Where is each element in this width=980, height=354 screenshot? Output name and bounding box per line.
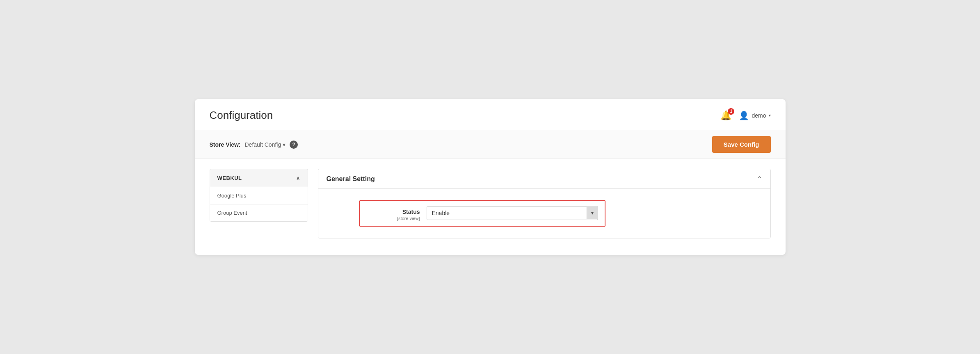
status-sub-label: [store view] — [367, 216, 420, 221]
general-setting-section: General Setting ⌃ Status [store view] En… — [318, 169, 771, 238]
help-text: ? — [292, 142, 295, 148]
sidebar-webkul-section[interactable]: WEBKUL ∧ — [210, 169, 308, 187]
notification-badge: 1 — [728, 108, 734, 115]
main-card: Configuration 🔔 1 👤 demo ▾ Store View: D… — [195, 99, 786, 255]
store-view-bar: Store View: Default Config ▾ ? Save Conf… — [195, 130, 786, 159]
store-view-chevron-icon: ▾ — [283, 141, 286, 148]
dropdown-chevron-icon: ▾ — [591, 210, 594, 216]
sidebar-section-title: WEBKUL — [217, 175, 242, 181]
section-body: Status [store view] Enable ▾ — [318, 189, 770, 238]
status-dropdown-arrow[interactable]: ▾ — [587, 207, 598, 219]
bell-button[interactable]: 🔔 1 — [720, 110, 731, 121]
main-panel: General Setting ⌃ Status [store view] En… — [318, 169, 771, 238]
sidebar-item-google-plus[interactable]: Google Plus — [210, 187, 308, 204]
store-view-select[interactable]: Default Config ▾ — [245, 141, 286, 148]
status-label-col: Status [store view] — [367, 206, 420, 221]
section-header: General Setting ⌃ — [318, 169, 770, 189]
status-value: Enable — [427, 206, 587, 220]
store-view-label: Store View: — [210, 141, 241, 148]
page-title: Configuration — [210, 109, 273, 122]
status-control-col: Enable ▾ — [427, 206, 598, 220]
content-area: WEBKUL ∧ Google Plus Group Event General… — [195, 159, 786, 238]
sidebar-item-group-event[interactable]: Group Event — [210, 204, 308, 221]
sidebar-chevron-icon: ∧ — [296, 175, 300, 181]
status-label: Status — [367, 209, 420, 215]
store-view-value: Default Config — [245, 141, 281, 148]
user-chevron-icon: ▾ — [769, 113, 771, 118]
store-view-left: Store View: Default Config ▾ ? — [210, 141, 298, 149]
user-name: demo — [752, 112, 766, 119]
section-title: General Setting — [327, 175, 375, 183]
header-right: 🔔 1 👤 demo ▾ — [720, 110, 770, 121]
help-icon[interactable]: ? — [290, 141, 298, 149]
section-toggle-icon[interactable]: ⌃ — [757, 175, 762, 183]
sidebar: WEBKUL ∧ Google Plus Group Event — [210, 169, 308, 222]
user-icon: 👤 — [739, 111, 749, 120]
save-config-button[interactable]: Save Config — [712, 136, 771, 153]
page-header: Configuration 🔔 1 👤 demo ▾ — [195, 99, 786, 130]
user-menu[interactable]: 👤 demo ▾ — [739, 111, 770, 120]
status-form-row: Status [store view] Enable ▾ — [359, 200, 605, 227]
status-select[interactable]: Enable ▾ — [427, 206, 598, 220]
